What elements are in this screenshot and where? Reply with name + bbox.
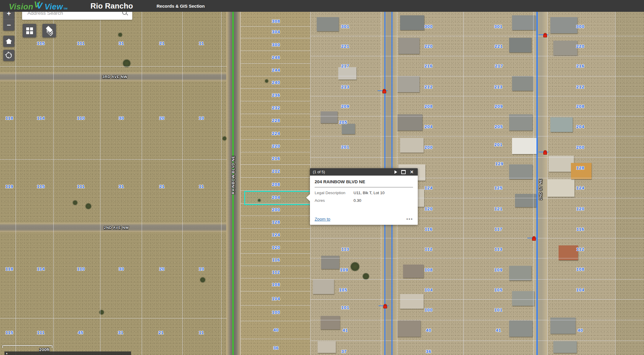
- parcel-number-label: 36: [273, 345, 279, 350]
- popup-close-button[interactable]: ✕: [410, 170, 414, 174]
- parcel-number-label: 11: [199, 184, 204, 189]
- parcel-number-label: 124: [425, 185, 433, 190]
- parcel-number-label: 213: [341, 84, 349, 89]
- parcel-number-label: 40: [273, 327, 279, 332]
- attribution-bar[interactable]: ▲: [4, 351, 131, 355]
- parcel-number-label: 232: [272, 105, 280, 110]
- parcel-number-label: 104: [425, 287, 433, 292]
- parcel-number-label: 40: [426, 328, 432, 333]
- popup-pointer: [306, 194, 310, 201]
- more-options-button[interactable]: •••: [406, 217, 413, 222]
- parcel-number-label: 244: [272, 67, 280, 72]
- field-label: Legal Description: [315, 191, 354, 195]
- house-footprint: [321, 256, 339, 269]
- logo-sm-mark: SM: [64, 7, 68, 10]
- desert-west-block: [0, 12, 227, 355]
- shrub: [363, 273, 369, 280]
- parcel-number-label: 220: [576, 44, 584, 49]
- popup-dock-button[interactable]: [401, 170, 406, 174]
- parcel-number-label: 221: [341, 44, 349, 49]
- parcel-number-label: 114: [37, 266, 45, 271]
- parcel-number-label: 228: [272, 118, 280, 123]
- parcel-number-label: 108: [576, 267, 584, 272]
- parcel-number-label: 128: [576, 165, 584, 170]
- house-footprint: [400, 294, 424, 309]
- parcel-number-label: 120: [425, 206, 433, 211]
- parcel-number-label: 111: [77, 184, 85, 189]
- parcel-line: [547, 12, 548, 355]
- desert-east-strip: [615, 12, 644, 355]
- attribution-expand-icon[interactable]: ▲: [6, 352, 8, 355]
- parcel-number-label: 104: [272, 296, 280, 301]
- parcel-number-label: 115: [5, 330, 13, 335]
- parcel-number-label: 204: [272, 195, 280, 200]
- parcel-line: [240, 241, 310, 241]
- parcel-line: [310, 238, 644, 238]
- parcel-number-label: 205: [339, 120, 347, 125]
- parcel-number-label: 31: [119, 41, 124, 46]
- parcel-number-label: 100: [272, 310, 280, 315]
- parcel-line: [310, 36, 644, 36]
- parcel-line: [240, 63, 310, 64]
- basemap-gallery-button[interactable]: [23, 24, 36, 37]
- parcel-number-label: 208: [576, 104, 584, 109]
- parcel-number-label: 108: [425, 267, 433, 272]
- house-footprint: [342, 124, 355, 134]
- parcel-number-label: 105: [494, 287, 503, 292]
- app-window: Vision VV View SM Rio Rancho Records & G…: [0, 0, 644, 355]
- parcel-number-label: 115: [37, 184, 45, 189]
- parcel-number-label: 101: [341, 305, 349, 310]
- parcel-number-label: 216: [576, 63, 584, 68]
- parcel-line: [240, 76, 310, 76]
- parcel-number-label: 200: [576, 145, 584, 150]
- zoom-to-link[interactable]: Zoom to: [315, 217, 406, 222]
- parcel-line: [16, 12, 16, 355]
- parcel-number-label: 41: [496, 328, 501, 333]
- parcel-number-label: 212: [272, 169, 280, 174]
- layers-button[interactable]: [42, 24, 56, 37]
- house-footprint: [318, 341, 336, 353]
- locate-icon: [3, 50, 14, 61]
- parcel-line: [240, 266, 310, 266]
- parcel-number-label: 236: [272, 93, 280, 98]
- parcel-line: [240, 339, 310, 339]
- house-footprint: [397, 321, 421, 337]
- parcel-line: [310, 157, 644, 158]
- parcel-number-label: 21: [159, 184, 165, 189]
- parcel-number-label: 120: [576, 206, 584, 211]
- parcel-line: [310, 341, 644, 341]
- house-footprint: [550, 117, 573, 132]
- popup-next-button[interactable]: [394, 170, 397, 174]
- parcel-line: [0, 66, 227, 67]
- parcel-line: [310, 299, 644, 300]
- parcel-number-label: 212: [576, 84, 584, 89]
- field-label: Acres: [315, 198, 354, 203]
- parcel-number-label: 240: [272, 80, 280, 85]
- street-label: 2ND ST NE: [538, 179, 543, 200]
- parcel-number-label: 117: [494, 227, 502, 232]
- parcel-number-label: 110: [77, 266, 85, 271]
- popup-header[interactable]: (1 of 5) ✕: [310, 168, 418, 176]
- home-button[interactable]: [3, 36, 14, 47]
- parcel-number-label: 104: [576, 287, 584, 292]
- house-footprint: [512, 76, 533, 91]
- zoom-out-button[interactable]: −: [3, 19, 14, 31]
- parcel-line: [310, 258, 644, 258]
- parcel-number-label: 30: [119, 266, 124, 271]
- map-canvas[interactable]: 3083043002482442402362322282242202162122…: [0, 12, 644, 355]
- parcel-line: [240, 164, 310, 165]
- parcel-line: [240, 190, 310, 191]
- shrub: [85, 203, 91, 209]
- parcel-number-label: 113: [341, 247, 349, 252]
- parcel-number-label: 31: [118, 330, 124, 335]
- parcel-line: [240, 139, 310, 140]
- parcel-number-label: 200: [272, 207, 280, 212]
- parcel-number-label: 20: [159, 115, 165, 120]
- parcel-number-label: 128: [272, 219, 280, 224]
- fire-hydrant-icon: [543, 150, 546, 154]
- locate-button[interactable]: [3, 50, 14, 61]
- parcel-number-label: 111: [37, 330, 45, 335]
- street-label: RAINBOW BLVD NE: [231, 156, 235, 194]
- parcel-line: [310, 116, 644, 116]
- parcel-line: [240, 152, 310, 152]
